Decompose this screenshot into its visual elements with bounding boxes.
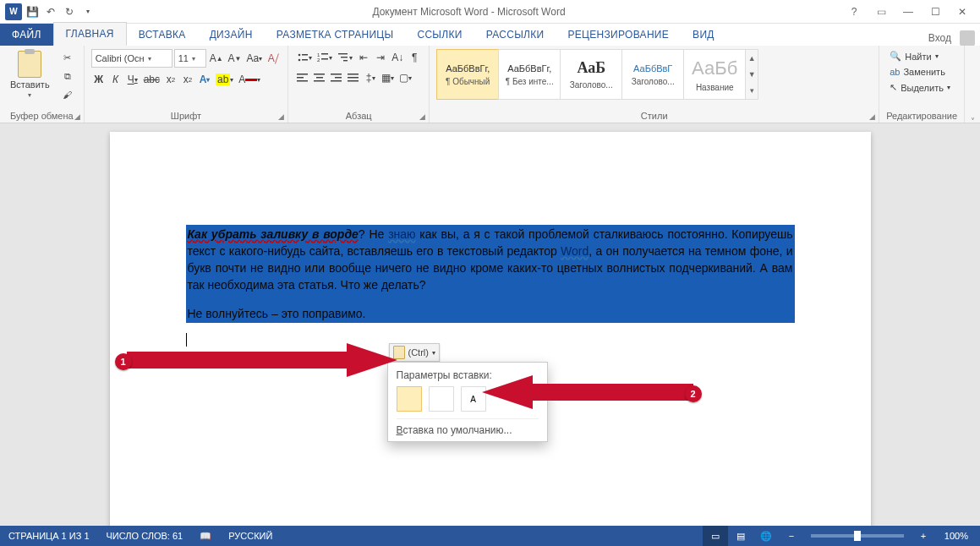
clear-formatting-button[interactable]: A⧸ — [266, 50, 281, 67]
highlight-color-button[interactable]: ab▾ — [214, 71, 235, 88]
maximize-icon[interactable]: ☐ — [923, 3, 948, 20]
annotation-badge-1: 1 — [115, 353, 132, 370]
gallery-expand-icon[interactable]: ▾ — [746, 83, 758, 99]
text-effects-button[interactable]: A▾ — [197, 71, 212, 88]
show-paragraph-marks-button[interactable]: ¶ — [407, 49, 422, 66]
close-icon[interactable]: ✕ — [950, 3, 975, 20]
document-page[interactable]: Как убрать заливку в ворде? Не знаю как … — [110, 132, 871, 526]
style-tile-heading1[interactable]: АаБЗаголово... — [560, 49, 622, 100]
line-spacing-button[interactable]: ‡▾ — [363, 69, 378, 86]
font-family-select[interactable]: Calibri (Осн▾ — [91, 49, 172, 68]
justify-button[interactable] — [346, 69, 361, 86]
qat-customize-icon[interactable]: ▾ — [79, 3, 96, 20]
numbering-button[interactable]: 12▾ — [315, 49, 334, 66]
align-right-button[interactable] — [329, 69, 344, 86]
decrease-indent-button[interactable]: ⇤ — [356, 49, 371, 66]
grow-font-button[interactable]: A▲ — [208, 50, 225, 67]
tab-review[interactable]: РЕЦЕНЗИРОВАНИЕ — [556, 24, 681, 46]
sign-in-link[interactable]: Вход — [923, 32, 956, 44]
clipboard-launcher-icon[interactable]: ◢ — [74, 112, 80, 121]
paste-option-keep-source[interactable] — [397, 386, 422, 412]
subscript-button[interactable]: x2 — [163, 71, 178, 88]
paste-option-text-only[interactable]: A — [461, 386, 486, 412]
style-tile-no-spacing[interactable]: АаБбВвГг,¶ Без инте... — [498, 49, 561, 100]
style-tile-normal[interactable]: АаБбВвГг,¶ Обычный — [436, 49, 499, 100]
font-color-button[interactable]: A▾ — [237, 71, 262, 88]
bold-button[interactable]: Ж — [91, 71, 107, 88]
replace-icon: ab — [890, 67, 900, 77]
paste-option-merge[interactable] — [429, 386, 454, 412]
gallery-scroll-down-icon[interactable]: ▼ — [746, 66, 758, 82]
svg-rect-13 — [297, 80, 308, 82]
italic-button[interactable]: К — [108, 71, 123, 88]
paste-options-smarttag[interactable]: (Ctrl) ▾ — [389, 343, 440, 362]
tab-insert[interactable]: ВСТАВКА — [127, 24, 198, 46]
borders-button[interactable]: ▢▾ — [397, 69, 413, 86]
svg-rect-10 — [343, 60, 348, 61]
paste-default-settings[interactable]: Вставка по умолчанию... — [397, 418, 539, 436]
ribbon-display-options-icon[interactable]: ▭ — [868, 3, 894, 20]
find-button[interactable]: 🔍Найти▾ — [886, 49, 954, 63]
group-label-paragraph: Абзац — [346, 111, 372, 121]
tab-design[interactable]: ДИЗАЙН — [198, 24, 265, 46]
collapse-ribbon-icon[interactable]: ˬ — [965, 46, 980, 123]
superscript-button[interactable]: x2 — [180, 71, 195, 88]
view-read-mode-icon[interactable]: ▤ — [728, 526, 753, 546]
svg-rect-20 — [348, 74, 359, 75]
word-app-icon[interactable]: W — [5, 3, 22, 20]
undo-icon[interactable]: ↶ — [42, 3, 59, 20]
svg-rect-9 — [341, 57, 348, 57]
shading-button[interactable]: ▦▾ — [380, 69, 396, 86]
cut-button[interactable]: ✂ — [58, 49, 77, 66]
svg-rect-16 — [314, 80, 325, 82]
bullets-button[interactable]: ▾ — [295, 49, 314, 66]
styles-launcher-icon[interactable]: ◢ — [869, 112, 875, 121]
svg-rect-3 — [302, 59, 308, 61]
multilevel-list-button[interactable]: ▾ — [336, 49, 354, 66]
style-tile-heading2[interactable]: АаБбВвГЗаголово... — [621, 49, 684, 100]
tab-page-layout[interactable]: РАЗМЕТКА СТРАНИЦЫ — [265, 24, 406, 46]
copy-button[interactable]: ⧉ — [58, 68, 77, 85]
minimize-icon[interactable]: — — [895, 3, 921, 20]
ribbon-group-styles: АаБбВвГг,¶ Обычный АаБбВвГг,¶ Без инте..… — [430, 46, 879, 123]
tab-references[interactable]: ССЫЛКИ — [405, 24, 474, 46]
change-case-button[interactable]: Aa▾ — [245, 50, 265, 67]
status-page[interactable]: СТРАНИЦА 1 ИЗ 1 — [0, 531, 98, 541]
redo-icon[interactable]: ↻ — [61, 3, 78, 20]
user-avatar-icon[interactable] — [960, 30, 975, 46]
underline-button[interactable]: Ч▾ — [125, 71, 140, 88]
font-size-select[interactable]: 11▾ — [174, 49, 206, 68]
align-left-button[interactable] — [295, 69, 310, 86]
select-button[interactable]: ↖Выделить▾ — [886, 80, 954, 95]
ribbon-group-paragraph: ▾ 12▾ ▾ ⇤ ⇥ A↓ ¶ ‡▾ ▦▾ ▢▾ — [288, 46, 430, 123]
tab-view[interactable]: ВИД — [681, 24, 726, 46]
paragraph-launcher-icon[interactable]: ◢ — [419, 112, 425, 121]
paste-button[interactable]: Вставить ▾ — [7, 49, 53, 101]
tab-home[interactable]: ГЛАВНАЯ — [53, 22, 127, 46]
zoom-slider[interactable] — [811, 534, 904, 538]
status-language[interactable]: РУССКИЙ — [220, 531, 281, 541]
view-web-layout-icon[interactable]: 🌐 — [753, 526, 779, 546]
save-icon[interactable]: 💾 — [24, 3, 41, 20]
strikethrough-button[interactable]: abc — [142, 71, 162, 88]
style-tile-title[interactable]: АаБбНазвание — [683, 49, 746, 100]
gallery-scroll-up-icon[interactable]: ▲ — [746, 50, 758, 66]
zoom-slider-thumb[interactable] — [854, 531, 861, 541]
tab-mailings[interactable]: РАССЫЛКИ — [474, 24, 556, 46]
replace-button[interactable]: abЗаменить — [886, 65, 954, 79]
tab-file[interactable]: ФАЙЛ — [0, 24, 53, 46]
align-center-button[interactable] — [312, 69, 327, 86]
shrink-font-button[interactable]: A▼ — [227, 50, 244, 67]
view-print-layout-icon[interactable]: ▭ — [703, 526, 728, 546]
format-painter-button[interactable]: 🖌 — [58, 86, 77, 103]
zoom-out-button[interactable]: − — [779, 526, 804, 546]
status-proofing[interactable]: 📖 — [191, 531, 220, 542]
help-icon[interactable]: ? — [841, 3, 867, 20]
zoom-level[interactable]: 100% — [936, 531, 980, 541]
increase-indent-button[interactable]: ⇥ — [373, 49, 388, 66]
selected-text-block[interactable]: Как убрать заливку в ворде? Не знаю как … — [186, 225, 795, 323]
sort-button[interactable]: A↓ — [390, 49, 405, 66]
zoom-in-button[interactable]: + — [911, 526, 936, 546]
font-launcher-icon[interactable]: ◢ — [278, 112, 284, 121]
status-word-count[interactable]: ЧИСЛО СЛОВ: 61 — [98, 531, 192, 541]
